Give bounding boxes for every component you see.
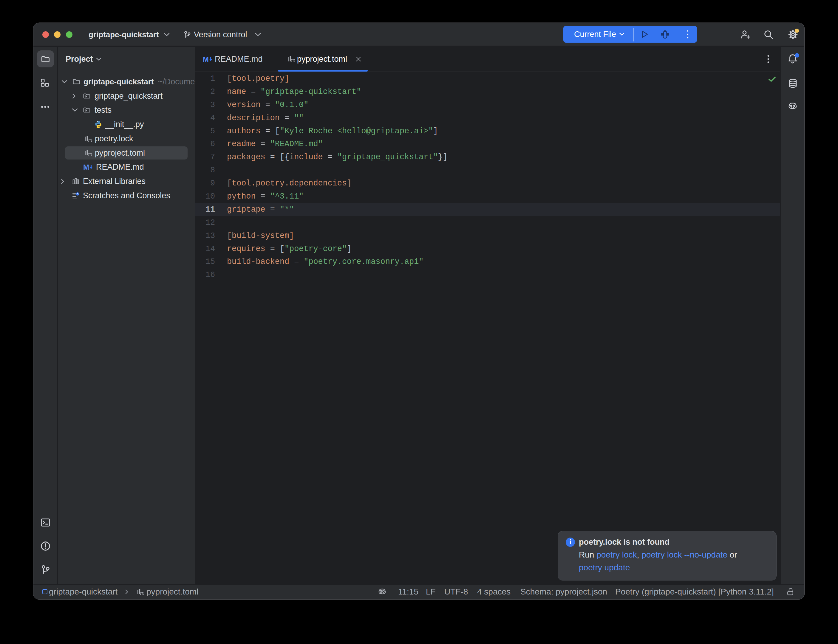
svg-text:M: M <box>83 163 89 171</box>
svg-text:M: M <box>203 55 209 63</box>
